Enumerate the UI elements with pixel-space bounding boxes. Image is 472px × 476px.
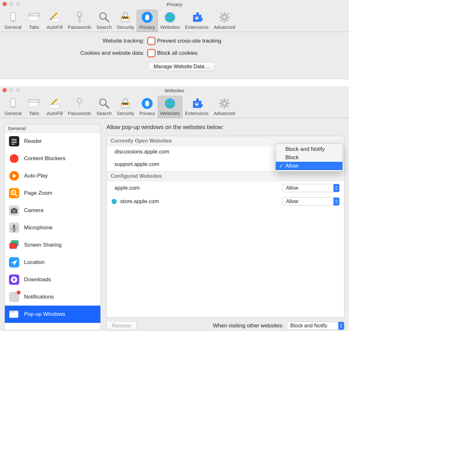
website-row[interactable]: apple.com Allow [107, 181, 344, 195]
sidebar-item-screen-sharing[interactable]: Screen Sharing [5, 236, 100, 254]
tab-advanced[interactable]: Advanced [211, 96, 238, 118]
tab-label: Security [117, 111, 134, 116]
sidebar-item-label: Location [24, 259, 45, 266]
website-row[interactable]: store.apple.com Allow [107, 195, 344, 208]
svg-marker-49 [10, 154, 18, 163]
sidebar-item-downloads[interactable]: Downloads [5, 271, 100, 288]
svg-rect-62 [13, 225, 15, 229]
general-icon [7, 11, 20, 24]
location-icon [9, 257, 20, 268]
remove-button[interactable]: Remove [106, 321, 137, 330]
microphone-icon [9, 222, 20, 233]
sidebar-item-auto-play[interactable]: Auto-Play [5, 167, 100, 185]
search-icon [98, 97, 111, 110]
permission-select[interactable]: Allow [282, 184, 340, 192]
hand-icon [141, 97, 154, 110]
svg-text:× +: × + [30, 14, 33, 16]
sidebar-item-content-blockers[interactable]: Content Blockers [5, 150, 100, 167]
sidebar-item-reader[interactable]: Reader [5, 133, 100, 150]
preferences-toolbar: General × + Tabs AutoFill Passwords [0, 8, 349, 32]
titlebar: Privacy [0, 0, 349, 8]
tab-autofill[interactable]: AutoFill [44, 96, 65, 118]
globe-favicon-icon [111, 199, 117, 204]
svg-rect-60 [13, 208, 15, 209]
tab-passwords[interactable]: Passwords [65, 96, 94, 118]
minimize-button[interactable] [9, 2, 13, 6]
tab-security[interactable]: Security [114, 96, 137, 118]
tab-extensions[interactable]: Extensions [182, 96, 211, 118]
svg-line-33 [105, 104, 109, 108]
svg-point-75 [13, 311, 14, 312]
popup-option[interactable]: Block and Notify [276, 145, 342, 153]
minimize-button[interactable] [9, 88, 13, 92]
other-websites-select[interactable]: Block and Notify [287, 322, 344, 330]
lock-icon [119, 11, 132, 24]
tab-tabs[interactable]: × + Tabs [24, 10, 44, 32]
sidebar-item-label: Content Blockers [24, 155, 65, 162]
websites-body: General Reader Content Blockers Auto-Pla… [0, 118, 349, 330]
tab-search[interactable]: Search [94, 10, 114, 32]
zoom-button[interactable] [16, 88, 20, 92]
website-row[interactable]: discussions.apple.com Block and Notify B… [107, 146, 344, 158]
key-icon [73, 11, 86, 24]
svg-rect-10 [79, 20, 81, 21]
tab-websites[interactable]: Websites [158, 10, 182, 32]
sidebar-item-microphone[interactable]: Microphone [5, 219, 100, 236]
svg-point-36 [165, 98, 175, 109]
zoom-button[interactable] [16, 2, 20, 6]
svg-rect-27 [29, 100, 39, 102]
sidebar-item-label: Screen Sharing [24, 242, 62, 248]
sidebar-item-popup-windows[interactable]: Pop-up Windows [5, 306, 100, 323]
popup-option[interactable]: Allow [276, 162, 342, 170]
website-domain: store.apple.com [120, 198, 159, 205]
tab-autofill[interactable]: AutoFill [44, 10, 65, 32]
tab-label: AutoFill [46, 24, 63, 30]
website-domain: apple.com [114, 185, 139, 191]
tab-privacy[interactable]: Privacy [137, 96, 157, 118]
svg-point-23 [223, 16, 226, 19]
window-title: Websites [164, 88, 184, 93]
website-domain: support.apple.com [114, 161, 159, 168]
sidebar-item-notifications[interactable]: Notifications [5, 288, 100, 306]
close-button[interactable] [3, 2, 7, 6]
tab-general[interactable]: General [2, 96, 24, 118]
puzzle-icon [190, 97, 203, 110]
popup-option[interactable]: Block [276, 153, 342, 162]
tab-advanced[interactable]: Advanced [211, 10, 238, 32]
tab-tabs[interactable]: Tabs [24, 96, 44, 118]
tab-privacy[interactable]: Privacy [137, 10, 157, 32]
tab-label: Search [97, 24, 112, 30]
tab-label: Passwords [68, 111, 91, 116]
prevent-cross-site-checkbox[interactable] [148, 38, 155, 44]
tabs-icon [28, 97, 40, 110]
screen-sharing-icon [9, 240, 20, 250]
sidebar-item-label: Page Zoom [24, 190, 52, 196]
sidebar-item-location[interactable]: Location [5, 254, 100, 271]
tab-label: Security [117, 24, 134, 30]
svg-rect-9 [79, 16, 80, 22]
tab-label: Advanced [214, 24, 235, 30]
globe-icon [164, 97, 176, 110]
tab-extensions[interactable]: Extensions [182, 10, 211, 32]
chevron-updown-icon [338, 322, 344, 330]
sidebar-item-camera[interactable]: Camera [5, 202, 100, 219]
key-icon [73, 97, 86, 110]
tab-passwords[interactable]: Passwords [65, 10, 94, 32]
permission-select[interactable]: Allow [282, 197, 340, 206]
chevron-updown-icon [333, 184, 339, 192]
tab-label: AutoFill [46, 111, 63, 116]
tab-security[interactable]: Security [114, 10, 137, 32]
sidebar-item-page-zoom[interactable]: Page Zoom [5, 185, 100, 202]
sidebar-item-label: Camera [24, 207, 43, 214]
tab-search[interactable]: Search [94, 96, 114, 118]
block-cookies-checkbox[interactable] [148, 50, 155, 56]
puzzle-icon [190, 11, 203, 24]
sidebar-item-label: Pop-up Windows [24, 311, 65, 317]
tab-websites[interactable]: Websites [158, 96, 182, 118]
tab-general[interactable]: General [2, 10, 24, 32]
select-value: Allow [286, 199, 298, 204]
svg-rect-24 [11, 99, 15, 108]
tab-label: Websites [160, 111, 180, 116]
close-button[interactable] [3, 88, 7, 92]
manage-website-data-button[interactable]: Manage Website Data… [148, 62, 215, 71]
